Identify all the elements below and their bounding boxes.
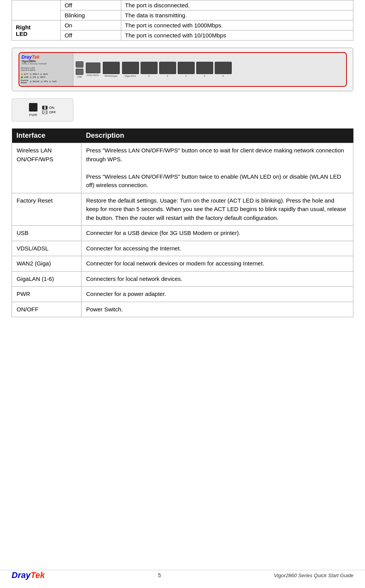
onoff-desc: Power Switch. (81, 302, 353, 317)
table-row: ON/OFF Power Switch. (12, 302, 353, 317)
led-state-off: Off (61, 0, 121, 10)
right-led-label: RightLED (12, 20, 61, 41)
giga5-port (196, 62, 213, 74)
wan2-port (103, 62, 120, 74)
router-drawing: DrayTek Vigor2860n VDSL2 Security Firewa… (19, 52, 347, 87)
footer-guide-title: Vigor2860 Series Quick Start Guide (274, 573, 353, 578)
giga2-port (141, 62, 158, 74)
brand-dray: Dray (22, 54, 32, 60)
giga2-block: 2 (141, 62, 158, 77)
table-row: GigaLAN (1-6) Connecters for local netwo… (12, 271, 353, 287)
vp1-label: VP1 (44, 80, 48, 83)
wireless-lan-desc: Press "Wireless LAN ON/OFF/WPS" button o… (81, 143, 353, 193)
led-desc-off: The port is disconnected. (121, 0, 353, 10)
table-row: VDSL/ADSL Connecter for accessing the In… (12, 241, 353, 256)
table-header-row: Interface Description (12, 128, 353, 143)
wlan-label-small: Wireless LANON/OFF/WPS (21, 67, 57, 71)
qos-led (40, 73, 42, 75)
gigalan-desc: Connecters for local network devices. (81, 271, 353, 287)
brand-tek: Tek (32, 54, 39, 60)
pwr-desc: Connecter for a power adapter. (81, 287, 353, 302)
pwr-indicator: PWR (29, 103, 37, 117)
router-leds: Wireless LANON/OFF/WPS ACT WAI 2 QoS USB… (21, 67, 57, 84)
giga6-port (215, 62, 232, 74)
model-sub: VDSL2 Security Firewall (22, 63, 71, 65)
giga1-block: GigaLAN•1 (122, 62, 139, 77)
power-switch-area: PWR ON OFF (12, 98, 73, 122)
dos-label: DoS (52, 80, 57, 83)
vdsl-interface: VDSL/ADSL (12, 241, 81, 256)
vdsl-port-block: VDSL/ADSL (86, 63, 100, 76)
giga1-port (122, 62, 139, 74)
led-state-blinking: Blinking (61, 10, 121, 20)
led-row: ACT WAI 2 QoS (21, 73, 57, 75)
interface-table: Interface Description Wireless LANON/OFF… (12, 128, 353, 317)
table-row: Wireless LANON/OFF/WPS Press "Wireless L… (12, 143, 353, 193)
wan2-led (30, 73, 32, 75)
pwr-label: PWR (29, 113, 37, 117)
onoff-interface: ON/OFF (12, 302, 81, 317)
giga1-label: GigaLAN•1 (125, 75, 136, 77)
act-led (21, 73, 23, 75)
table-row: Blinking The data is transmitting. (12, 10, 353, 20)
wlan-label: WLAN (33, 80, 39, 83)
usb-port-label: USB (77, 76, 81, 78)
table-row: Off The port is disconnected. (12, 0, 353, 10)
factory-reset-label: FactoryReset (21, 79, 29, 84)
description-header: Description (81, 128, 353, 143)
footer-brand: DrayTek (12, 570, 45, 580)
table-row: PWR Connecter for a power adapter. (12, 287, 353, 302)
footer-brand-tek: Tek (31, 570, 45, 580)
act-label: ACT (24, 73, 29, 75)
pwr-square (29, 103, 37, 112)
vdsl-label: VDSL/ADSL (87, 74, 99, 76)
giga6-label: 6 (222, 75, 224, 77)
dos-led (49, 81, 51, 83)
table-row: WAN2 (Giga) Connecter for local network … (12, 256, 353, 272)
router-left-panel: DrayTek Vigor2860n VDSL2 Security Firewa… (19, 53, 73, 86)
usb-port-1 (76, 61, 83, 68)
giga3-port (159, 62, 176, 74)
usb-label: USB (24, 76, 29, 78)
wlan-led (30, 81, 32, 83)
footer-page-number: 5 (158, 572, 161, 578)
usb-port-2 (76, 69, 83, 75)
wan2-port-label: WAN2(Giga) (105, 75, 118, 77)
footer-brand-dray: Dray (12, 570, 31, 580)
interface-header: Interface (12, 128, 81, 143)
wan2-label: WAI 2 (33, 73, 39, 75)
led-group-label (12, 0, 61, 20)
led-status-table: Off The port is disconnected. Blinking T… (12, 0, 353, 41)
gigalan-interface: GigaLAN (1-6) (12, 271, 81, 287)
factory-reset-desc: Restore the default settings. Usage: Tur… (81, 193, 353, 226)
usb-interface: USB (12, 226, 81, 241)
usb-port-block: USB (76, 61, 83, 78)
vdsl-port (86, 63, 100, 73)
giga5-block: 5 (196, 62, 213, 77)
footer: DrayTek 5 Vigor2860 Series Quick Start G… (0, 570, 365, 580)
giga4-label: 4 (185, 75, 187, 77)
led-row-3: FactoryReset WLAN VP1 DoS (21, 79, 57, 84)
pwr-interface: PWR (12, 287, 81, 302)
giga2-label: 2 (148, 75, 149, 77)
router-diagram: DrayTek Vigor2860n VDSL2 Security Firewa… (12, 47, 353, 91)
wcp-label: WCF (40, 76, 46, 78)
switch-block: ON OFF (42, 106, 56, 114)
right-led-state-on: On (61, 20, 121, 30)
vp1-led (41, 81, 42, 83)
wireless-lan-interface: Wireless LANON/OFF/WPS (12, 143, 81, 193)
router-right-section: USB VDSL/ADSL WAN2(Giga) GigaLAN•1 (73, 53, 346, 86)
switch-on-row: ON (42, 106, 54, 110)
off-label: OFF (49, 110, 56, 114)
table-row: RightLED On The port is connected with 1… (12, 20, 353, 30)
giga4-port (178, 62, 195, 74)
wan2-port-block: WAN2(Giga) (103, 62, 120, 77)
giga3-block: 3 (159, 62, 176, 77)
giga6-block: 6 (215, 62, 232, 77)
usb-led (21, 76, 23, 78)
led-row-2: USB DS WCF (21, 76, 57, 78)
giga3-label: 3 (167, 75, 168, 77)
switch-off-row: OFF (42, 110, 56, 114)
ds-led (30, 76, 32, 78)
router-brand: DrayTek Vigor2860n VDSL2 Security Firewa… (22, 54, 71, 65)
